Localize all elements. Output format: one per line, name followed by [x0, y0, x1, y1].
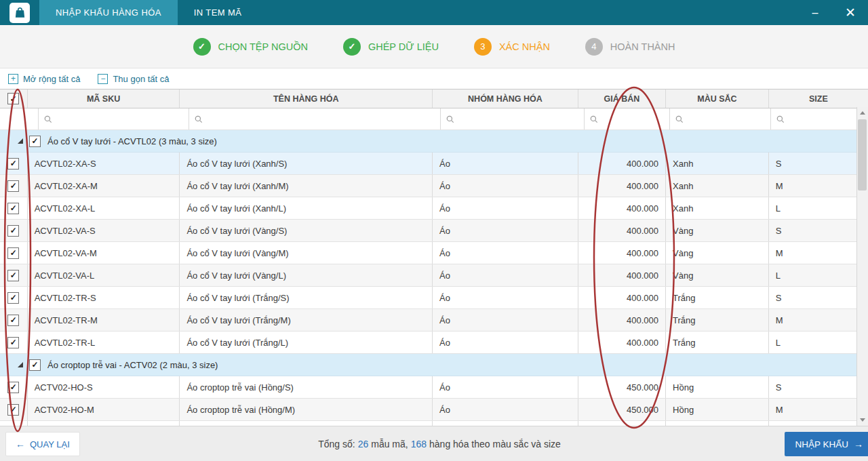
- table-row[interactable]: ACVTL02-VA-LÁo cổ V tay lưới (Vàng/L)Áo4…: [0, 264, 868, 287]
- cell-color: Xanh: [666, 175, 769, 197]
- column-header-size[interactable]: SIZE: [769, 89, 868, 108]
- cell-size: M: [769, 242, 868, 264]
- search-icon: [590, 115, 598, 123]
- cell-color: Trắng: [666, 332, 769, 353]
- tab-in-tem-ma[interactable]: IN TEM MÃ: [178, 0, 258, 25]
- column-header-gia-ban[interactable]: GIÁ BÁN: [578, 89, 666, 108]
- row-checkbox[interactable]: [7, 337, 19, 348]
- table-row[interactable]: ACVTL02-VA-SÁo cổ V tay lưới (Vàng/S)Áo4…: [0, 220, 868, 242]
- group-expander-icon[interactable]: [18, 362, 23, 367]
- cell-group: Áo: [433, 332, 578, 353]
- group-row[interactable]: Áo croptop trễ vai - ACTV02 (2 màu, 3 si…: [0, 354, 868, 376]
- table-row[interactable]: ACVTL02-XA-SÁo cổ V tay lưới (Xanh/S)Áo4…: [0, 153, 868, 175]
- table-row[interactable]: ACVTL02-VA-MÁo cổ V tay lưới (Vàng/M)Áo4…: [0, 242, 868, 264]
- items-count: 168: [411, 439, 427, 449]
- back-button-label: QUAY LẠI: [30, 439, 70, 449]
- step-label: XÁC NHẬN: [499, 41, 550, 52]
- filter-input-nhom[interactable]: [458, 108, 578, 129]
- step-label: CHỌN TỆP NGUỒN: [218, 41, 308, 52]
- minimize-button[interactable]: –: [797, 0, 833, 25]
- check-icon: [193, 38, 211, 56]
- import-button-label: NHẬP KHẨU: [795, 439, 848, 449]
- cell-color: Vàng: [666, 220, 769, 241]
- row-checkbox[interactable]: [7, 225, 19, 237]
- header-checkbox-cell: [0, 89, 28, 108]
- group-expander-icon[interactable]: [18, 138, 23, 144]
- shopping-bag-icon: [14, 6, 26, 19]
- cell-sku: ACVTL02-TR-M: [28, 309, 180, 331]
- cell-group: Áo: [433, 197, 578, 219]
- row-checkbox[interactable]: [7, 404, 19, 416]
- check-icon: [343, 38, 361, 56]
- cell-size: S: [769, 376, 868, 398]
- row-checkbox[interactable]: [7, 247, 19, 259]
- cell-color: Hồng: [666, 376, 769, 398]
- cell-size: S: [769, 220, 868, 241]
- row-checkbox[interactable]: [7, 158, 19, 169]
- column-header-ten-hang-hoa[interactable]: TÊN HÀNG HÓA: [180, 89, 433, 108]
- table-row[interactable]: ACTV02-HO-MÁo croptop trễ vai (Hồng/M)Áo…: [0, 399, 868, 421]
- cell-price: 450.000: [578, 399, 666, 420]
- cell-color: Xanh: [666, 197, 769, 219]
- filter-input-gia[interactable]: [602, 108, 664, 129]
- filter-input-size[interactable]: [789, 108, 863, 129]
- table-row[interactable]: ACVTL02-XA-LÁo cổ V tay lưới (Xanh/L)Áo4…: [0, 197, 868, 220]
- tab-nhap-khau-hang-hoa[interactable]: NHẬP KHẨU HÀNG HÓA: [39, 0, 178, 25]
- cell-name: Áo cổ V tay lưới (Vàng/S): [180, 220, 433, 241]
- table-row[interactable]: ACVTL02-TR-MÁo cổ V tay lưới (Trắng/M)Áo…: [0, 309, 868, 332]
- cell-sku: ACVTL02-VA-S: [28, 220, 180, 241]
- step-label: HOÀN THÀNH: [610, 41, 675, 52]
- row-checkbox[interactable]: [7, 180, 19, 192]
- back-button[interactable]: QUAY LẠI: [5, 432, 80, 456]
- cell-name: Áo cổ V tay lưới (Trắng/L): [180, 332, 433, 353]
- row-checkbox[interactable]: [7, 292, 19, 304]
- table-row[interactable]: ACVTL02-TR-SÁo cổ V tay lưới (Trắng/S)Áo…: [0, 287, 868, 309]
- cell-size: M: [769, 399, 868, 420]
- cell-sku: ACVTL02-XA-L: [28, 197, 180, 219]
- row-checkbox[interactable]: [7, 270, 19, 281]
- cell-sku: ACVTL02-TR-S: [28, 287, 180, 308]
- step-xac-nhan: 3 XÁC NHẬN: [474, 38, 550, 56]
- close-button[interactable]: ✕: [833, 0, 868, 25]
- collapse-all-link[interactable]: Thu gọn tất cả: [98, 74, 169, 84]
- group-checkbox[interactable]: [29, 136, 41, 147]
- cell-checkbox: [0, 399, 28, 420]
- row-checkbox[interactable]: [7, 203, 19, 214]
- cell-name: Áo cổ V tay lưới (Xanh/L): [180, 197, 433, 219]
- row-checkbox[interactable]: [7, 382, 19, 393]
- cell-color: Trắng: [666, 309, 769, 331]
- column-header-mau-sac[interactable]: MÀU SẮC: [666, 89, 769, 108]
- group-row[interactable]: Áo cổ V tay lưới - ACVTL02 (3 màu, 3 siz…: [0, 130, 868, 153]
- table-row[interactable]: ACTV02-HO-SÁo croptop trễ vai (Hồng/S)Áo…: [0, 376, 868, 399]
- cell-group: Áo: [433, 287, 578, 308]
- cell-name: Áo cổ V tay lưới (Trắng/S): [180, 287, 433, 308]
- filter-input-mau[interactable]: [688, 108, 765, 129]
- cell-group: Áo: [433, 376, 578, 398]
- select-all-checkbox[interactable]: [7, 93, 19, 104]
- table-row[interactable]: ACVTL02-XA-MÁo cổ V tay lưới (Xanh/M)Áo4…: [0, 175, 868, 197]
- cell-price: 400.000: [578, 332, 666, 353]
- cell-name: Áo croptop trễ vai (Hồng/M): [180, 399, 433, 420]
- row-checkbox[interactable]: [7, 315, 19, 326]
- cell-checkbox: [0, 332, 28, 353]
- vertical-scrollbar[interactable]: [856, 107, 868, 426]
- step-ghep-du-lieu: GHÉP DỮ LIỆU: [343, 38, 439, 56]
- table-row[interactable]: ACVTL02-TR-LÁo cổ V tay lưới (Trắng/L)Áo…: [0, 332, 868, 354]
- filter-input-sku[interactable]: [56, 108, 183, 129]
- group-checkbox[interactable]: [29, 359, 41, 371]
- scroll-down-button[interactable]: [857, 414, 868, 426]
- expand-all-link[interactable]: Mở rộng tất cả: [8, 74, 80, 84]
- arrow-up-icon: [860, 111, 865, 115]
- cell-group: Áo: [433, 175, 578, 197]
- filter-input-ten[interactable]: [207, 108, 435, 129]
- search-icon: [44, 115, 52, 123]
- column-header-nhom-hang-hoa[interactable]: NHÓM HÀNG HÓA: [433, 89, 578, 108]
- column-header-ma-sku[interactable]: MÃ SKU: [28, 89, 180, 108]
- scroll-up-button[interactable]: [857, 107, 868, 119]
- import-button[interactable]: NHẬP KHẨU: [785, 432, 868, 456]
- logo-tile: [9, 3, 30, 23]
- cell-name: Áo cổ V tay lưới (Xanh/M): [180, 175, 433, 197]
- cell-checkbox: [0, 242, 28, 264]
- scrollbar-thumb[interactable]: [858, 119, 867, 191]
- filter-cell-gia: [585, 108, 670, 129]
